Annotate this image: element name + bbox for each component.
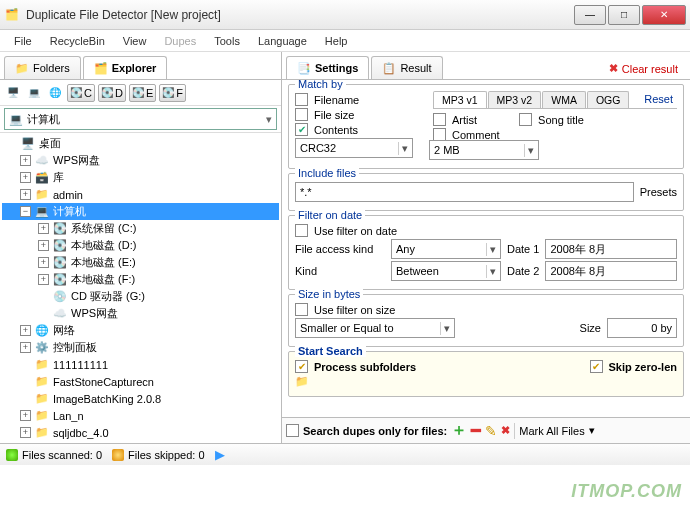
label-songtitle: Song title — [538, 114, 584, 126]
tree-folder-2[interactable]: 📁FastStoneCapturecn — [2, 373, 279, 390]
titlebar: 🗂️ Duplicate File Detector [New project]… — [0, 0, 690, 30]
tree-wps[interactable]: +☁️WPS网盘 — [2, 152, 279, 169]
include-legend: Include files — [295, 167, 359, 179]
tree-desktop[interactable]: 🖥️桌面 — [2, 135, 279, 152]
presets-button[interactable]: Presets — [640, 186, 677, 198]
size-comparator-select[interactable]: Smaller or Equal to▾ — [295, 318, 455, 338]
tree-folder-4[interactable]: +📁Lan_n — [2, 407, 279, 424]
cb-use-size[interactable] — [295, 303, 308, 316]
cb-contents[interactable]: ✔ — [295, 123, 308, 136]
hash-select[interactable]: CRC32▾ — [295, 138, 413, 158]
tree-network[interactable]: +🌐网络 — [2, 322, 279, 339]
tab-explorer[interactable]: 🗂️ Explorer — [83, 56, 168, 79]
tree-wps2[interactable]: ☁️WPS网盘 — [2, 305, 279, 322]
filter-date-group: Filter on date Use filter on date File a… — [288, 215, 684, 290]
chevron-down-icon: ▾ — [266, 113, 272, 126]
cb-skip-zero[interactable]: ✔ — [590, 360, 603, 373]
date2-select[interactable]: 2008年 8月 — [545, 261, 677, 281]
maximize-button[interactable]: □ — [608, 5, 640, 25]
minimize-button[interactable]: — — [574, 5, 606, 25]
cb-artist[interactable] — [433, 113, 446, 126]
add-icon[interactable]: ＋ — [451, 420, 467, 441]
computer-icon: 💻 — [9, 113, 23, 126]
drive-d[interactable]: 💽D — [98, 84, 126, 102]
menu-help[interactable]: Help — [317, 33, 356, 49]
drive-c[interactable]: 💽C — [67, 84, 95, 102]
menu-file[interactable]: File — [6, 33, 40, 49]
app-icon: 🗂️ — [4, 7, 20, 23]
desktop-icon[interactable]: 🖥️ — [4, 84, 22, 102]
tab-ogg[interactable]: OGG — [587, 91, 630, 108]
tab-folders[interactable]: 📁 Folders — [4, 56, 81, 79]
cb-songtitle[interactable] — [519, 113, 532, 126]
mark-all-files-button[interactable]: Mark All Files — [519, 425, 584, 437]
tab-wma[interactable]: WMA — [542, 91, 586, 108]
tree-libraries[interactable]: +🗃️库 — [2, 169, 279, 186]
cb-filesize[interactable] — [295, 108, 308, 121]
settings-icon: 📑 — [297, 61, 311, 75]
label-date1: Date 1 — [507, 243, 539, 255]
tree-cd-g[interactable]: 💿CD 驱动器 (G:) — [2, 288, 279, 305]
tab-mp3v2[interactable]: MP3 v2 — [488, 91, 542, 108]
tree-computer[interactable]: −💻计算机 — [2, 203, 279, 220]
tab-result[interactable]: 📋 Result — [371, 56, 442, 79]
tree-control-panel[interactable]: +⚙️控制面板 — [2, 339, 279, 356]
menu-recyclebin[interactable]: RecycleBin — [42, 33, 113, 49]
cb-use-date[interactable] — [295, 224, 308, 237]
reset-link[interactable]: Reset — [640, 91, 677, 108]
edit-icon[interactable]: ✎ — [485, 423, 497, 439]
tree-drive-e[interactable]: +💽本地磁盘 (E:) — [2, 254, 279, 271]
tree-drive-f[interactable]: +💽本地磁盘 (F:) — [2, 271, 279, 288]
include-files-group: Include files *.* Presets — [288, 173, 684, 211]
remove-icon[interactable]: ━ — [471, 421, 481, 440]
menu-dupes[interactable]: Dupes — [156, 33, 204, 49]
filter-size-legend: Size in bytes — [295, 288, 363, 300]
clear-result-button[interactable]: ✖ Clear result — [601, 58, 686, 79]
file-access-kind-select[interactable]: Any▾ — [391, 239, 501, 259]
network-icon[interactable]: 🌐 — [46, 84, 64, 102]
tree-drive-d[interactable]: +💽本地磁盘 (D:) — [2, 237, 279, 254]
computer-icon[interactable]: 💻 — [25, 84, 43, 102]
tree-folder-5[interactable]: +📁sqljdbc_4.0 — [2, 424, 279, 441]
delete-icon[interactable]: ✖ — [501, 424, 510, 437]
filter-size-group: Size in bytes Use filter on size Smaller… — [288, 294, 684, 347]
chevron-down-icon[interactable]: ▾ — [589, 424, 595, 437]
tree-folder-3[interactable]: 📁ImageBatchKing 2.0.8 — [2, 390, 279, 407]
explorer-tree[interactable]: 🖥️桌面 +☁️WPS网盘 +🗃️库 +📁admin −💻计算机 +💽系统保留 … — [0, 132, 281, 443]
drive-toolbar: 🖥️ 💻 🌐 💽C 💽D 💽E 💽F — [0, 80, 281, 106]
menu-language[interactable]: Language — [250, 33, 315, 49]
tree-folder-1[interactable]: 📁111111111 — [2, 356, 279, 373]
location-dropdown[interactable]: 💻 计算机 ▾ — [4, 108, 277, 130]
play-icon[interactable]: ▶ — [215, 447, 225, 462]
clear-result-label: Clear result — [622, 63, 678, 75]
match-by-legend: Match by — [295, 80, 346, 90]
tab-mp3v1[interactable]: MP3 v1 — [433, 91, 487, 108]
location-value: 计算机 — [27, 112, 60, 127]
size-value-input[interactable]: 0 by — [607, 318, 677, 338]
menu-view[interactable]: View — [115, 33, 155, 49]
cb-process-subfolders[interactable]: ✔ — [295, 360, 308, 373]
date1-select[interactable]: 2008年 8月 — [545, 239, 677, 259]
tree-admin[interactable]: +📁admin — [2, 186, 279, 203]
label-filename: Filename — [314, 94, 359, 106]
label-contents: Contents — [314, 124, 358, 136]
size-threshold-select[interactable]: 2 MB▾ — [429, 140, 539, 160]
menu-tools[interactable]: Tools — [206, 33, 248, 49]
include-mask-input[interactable]: *.* — [295, 182, 634, 202]
drive-f[interactable]: 💽F — [159, 84, 186, 102]
label-use-date: Use filter on date — [314, 225, 397, 237]
kind-select[interactable]: Between▾ — [391, 261, 501, 281]
folder-icon: 📁 — [15, 61, 29, 75]
tab-folders-label: Folders — [33, 62, 70, 74]
menubar: File RecycleBin View Dupes Tools Languag… — [0, 30, 690, 52]
tab-settings[interactable]: 📑 Settings — [286, 56, 369, 79]
close-button[interactable]: ✕ — [642, 5, 686, 25]
status-orange-icon — [112, 449, 124, 461]
tree-drive-c[interactable]: +💽系统保留 (C:) — [2, 220, 279, 237]
start-search-group: Start Search ✔ Process subfolders ✔ Skip… — [288, 351, 684, 397]
status-skipped: Files skipped: 0 — [128, 449, 204, 461]
cb-filename[interactable] — [295, 93, 308, 106]
cb-search-dupes-only[interactable] — [286, 424, 299, 437]
match-by-group: Match by Filename File size ✔Contents CR… — [288, 84, 684, 169]
drive-e[interactable]: 💽E — [129, 84, 156, 102]
